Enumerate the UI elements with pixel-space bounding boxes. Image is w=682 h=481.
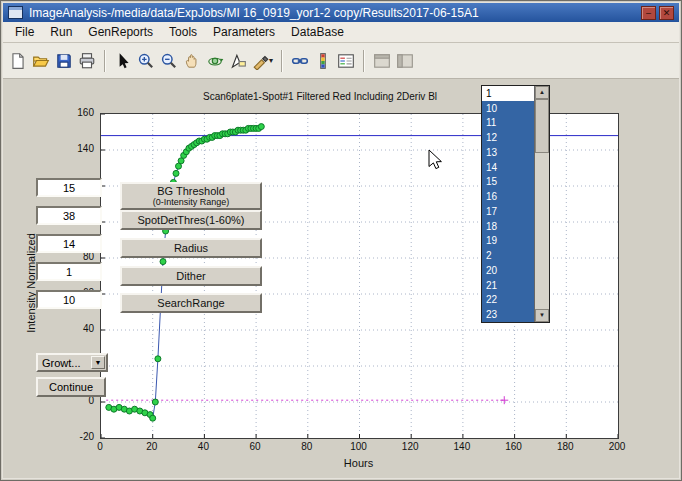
scrollbar-track[interactable] <box>535 153 549 309</box>
menu-database[interactable]: DataBase <box>283 23 352 41</box>
param-input-dither[interactable] <box>36 262 102 281</box>
x-tick-label: 40 <box>188 441 218 452</box>
param-button-spotdetthres-1-60[interactable]: SpotDetThres(1-60%) <box>120 210 262 230</box>
menu-run[interactable]: Run <box>42 23 80 41</box>
print-icon[interactable] <box>76 49 98 73</box>
x-tick-label: 140 <box>447 441 477 452</box>
spot-list-item-20[interactable]: 20 <box>482 263 534 278</box>
param-input-bg-threshold[interactable] <box>36 178 102 197</box>
x-tick-label: 20 <box>137 441 167 452</box>
app-window: ImageAnalysis-/media/data/ExpJobs/MI 16_… <box>0 0 682 481</box>
spot-list-item-23[interactable]: 23 <box>482 307 534 322</box>
x-tick-label: 100 <box>344 441 374 452</box>
window-title: ImageAnalysis-/media/data/ExpJobs/MI 16_… <box>29 6 635 20</box>
spot-list-item-17[interactable]: 17 <box>482 204 534 219</box>
x-axis-label: Hours <box>100 457 617 469</box>
param-input-spotdetthres-1-60[interactable] <box>36 206 102 225</box>
toolbar-separator <box>363 50 365 72</box>
param-button-label: BG Threshold <box>157 185 225 197</box>
spot-list-item-21[interactable]: 21 <box>482 278 534 293</box>
param-button-radius[interactable]: Radius <box>120 238 262 258</box>
y-tick-label: 140 <box>60 143 94 154</box>
growth-mode-dropdown-label: Growt... <box>38 357 91 369</box>
rotate3d-icon[interactable] <box>204 49 226 73</box>
baseline-dashed-end-marker <box>500 396 508 404</box>
x-tick-label: 0 <box>85 441 115 452</box>
param-button-sublabel: (0-Intensity Range) <box>153 197 230 207</box>
save-icon[interactable] <box>53 49 75 73</box>
spot-list-item-12[interactable]: 12 <box>482 130 534 145</box>
y-tick-label: 160 <box>60 107 94 118</box>
spot-number-dropdown-list: 110111213141516171819220212223 ▲ ▼ <box>481 85 550 323</box>
dropdown-arrow-icon[interactable]: ▼ <box>91 356 105 369</box>
continue-button[interactable]: Continue <box>36 377 106 397</box>
menu-parameters[interactable]: Parameters <box>205 23 283 41</box>
zoom-in-icon[interactable] <box>135 49 157 73</box>
x-tick-label: 80 <box>292 441 322 452</box>
pointer-icon[interactable] <box>112 49 134 73</box>
menu-file[interactable]: File <box>7 23 42 41</box>
plot-tools-show-icon[interactable] <box>394 49 416 73</box>
minimize-button[interactable]: – <box>641 6 656 20</box>
param-button-bg-threshold[interactable]: BG Threshold(0-Intensity Range) <box>120 182 262 210</box>
y-tick-label: -20 <box>60 431 94 442</box>
data-cursor-icon[interactable] <box>227 49 249 73</box>
legend-icon[interactable] <box>335 49 357 73</box>
menu-genreports[interactable]: GenReports <box>80 23 161 41</box>
x-tick-label: 180 <box>550 441 580 452</box>
spot-number-list: 110111213141516171819220212223 <box>482 86 534 322</box>
spot-list-item-14[interactable]: 14 <box>482 160 534 175</box>
toolbar: ▾ <box>3 43 679 79</box>
link-plot-icon[interactable] <box>289 49 311 73</box>
figure-area: Scan6plate1-Spot#1 Filtered Red Includin… <box>3 79 679 478</box>
x-tick-label: 200 <box>602 441 632 452</box>
scroll-down-icon[interactable]: ▼ <box>535 309 549 322</box>
spot-list-item-19[interactable]: 19 <box>482 234 534 249</box>
spot-list-item-16[interactable]: 16 <box>482 189 534 204</box>
scroll-up-icon[interactable]: ▲ <box>535 86 549 99</box>
scrollbar-thumb[interactable] <box>535 99 549 153</box>
brush-dropdown-caret-icon[interactable]: ▾ <box>269 56 273 65</box>
y-tick-label: 40 <box>60 323 94 334</box>
titlebar[interactable]: ImageAnalysis-/media/data/ExpJobs/MI 16_… <box>3 3 679 22</box>
colorbar-icon[interactable] <box>312 49 334 73</box>
x-tick-label: 160 <box>499 441 529 452</box>
mouse-cursor <box>428 149 444 171</box>
spot-list-item-11[interactable]: 11 <box>482 116 534 131</box>
param-input-radius[interactable] <box>36 234 102 253</box>
param-input-searchrange[interactable] <box>36 290 102 309</box>
pan-icon[interactable] <box>181 49 203 73</box>
open-icon[interactable] <box>30 49 52 73</box>
close-button[interactable]: ✕ <box>659 6 674 20</box>
growth-mode-dropdown[interactable]: Growt... ▼ <box>36 353 108 372</box>
plot-tools-hide-icon[interactable] <box>371 49 393 73</box>
brush-icon[interactable]: ▾ <box>250 49 275 73</box>
spot-list-item-15[interactable]: 15 <box>482 175 534 190</box>
zoom-out-icon[interactable] <box>158 49 180 73</box>
new-icon[interactable] <box>7 49 29 73</box>
param-button-dither[interactable]: Dither <box>120 266 262 286</box>
spot-list-scrollbar[interactable]: ▲ ▼ <box>534 86 549 322</box>
spot-list-item-18[interactable]: 18 <box>482 219 534 234</box>
spot-list-item-2[interactable]: 2 <box>482 248 534 263</box>
spot-list-item-1[interactable]: 1 <box>482 86 534 101</box>
spot-list-item-13[interactable]: 13 <box>482 145 534 160</box>
param-button-searchrange[interactable]: SearchRange <box>120 293 262 313</box>
x-tick-label: 120 <box>395 441 425 452</box>
plot-title: Scan6plate1-Spot#1 Filtered Red Includin… <box>203 91 437 102</box>
window-icon <box>8 6 23 19</box>
menu-tools[interactable]: Tools <box>161 23 205 41</box>
spot-list-item-22[interactable]: 22 <box>482 293 534 308</box>
toolbar-separator <box>281 50 283 72</box>
x-tick-label: 60 <box>240 441 270 452</box>
spot-list-item-10[interactable]: 10 <box>482 101 534 116</box>
toolbar-separator <box>104 50 106 72</box>
menubar: FileRunGenReportsToolsParametersDataBase <box>3 22 679 43</box>
